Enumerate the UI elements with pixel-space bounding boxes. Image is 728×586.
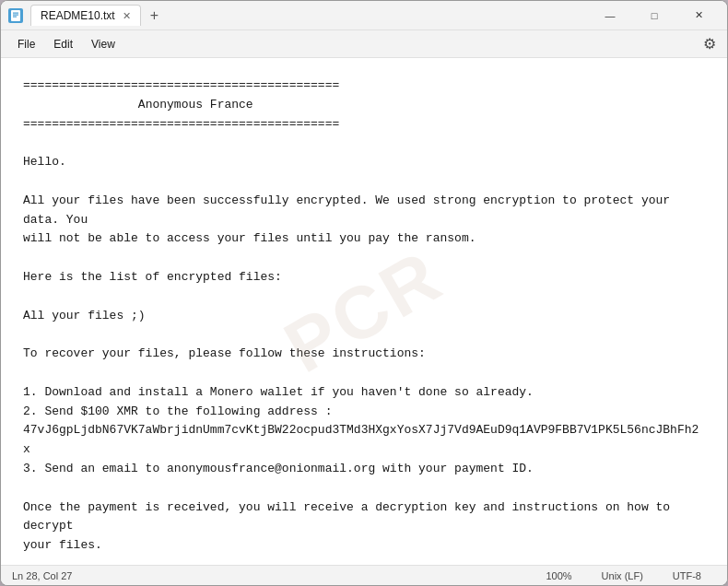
svg-rect-3 [13,16,17,17]
editor-text[interactable]: ========================================… [23,76,705,565]
settings-icon[interactable]: ⚙ [699,32,720,55]
line-ending[interactable]: Unix (LF) [602,570,643,581]
maximize-button[interactable]: □ [633,2,675,29]
minimize-button[interactable]: — [589,2,631,29]
encoding[interactable]: UTF-8 [673,570,701,581]
settings-area: ⚙ [699,35,720,53]
menu-bar: File Edit View ⚙ [1,30,727,58]
menu-edit[interactable]: Edit [44,34,82,54]
menu-file[interactable]: File [8,34,44,54]
app-icon [8,8,23,23]
cursor-position: Ln 28, Col 27 [12,570,72,581]
status-bar: Ln 28, Col 27 100% Unix (LF) UTF-8 [1,565,727,585]
svg-rect-2 [13,14,18,15]
title-bar: README10.txt ✕ + — □ ✕ [1,1,727,30]
zoom-level[interactable]: 100% [546,570,571,581]
status-right: 100% Unix (LF) UTF-8 [546,570,716,581]
window-controls: — □ ✕ [589,2,720,29]
svg-rect-1 [13,12,18,13]
tab-label: README10.txt [41,9,115,22]
menu-view[interactable]: View [82,34,124,54]
editor-content[interactable]: PCR ====================================… [1,58,727,565]
new-tab-button[interactable]: + [145,7,164,24]
close-button[interactable]: ✕ [677,2,720,29]
tab-close-icon[interactable]: ✕ [123,10,131,22]
notepad-window: README10.txt ✕ + — □ ✕ File Edit View ⚙ … [0,0,728,586]
active-tab[interactable]: README10.txt ✕ [30,5,141,26]
svg-rect-0 [11,10,20,21]
